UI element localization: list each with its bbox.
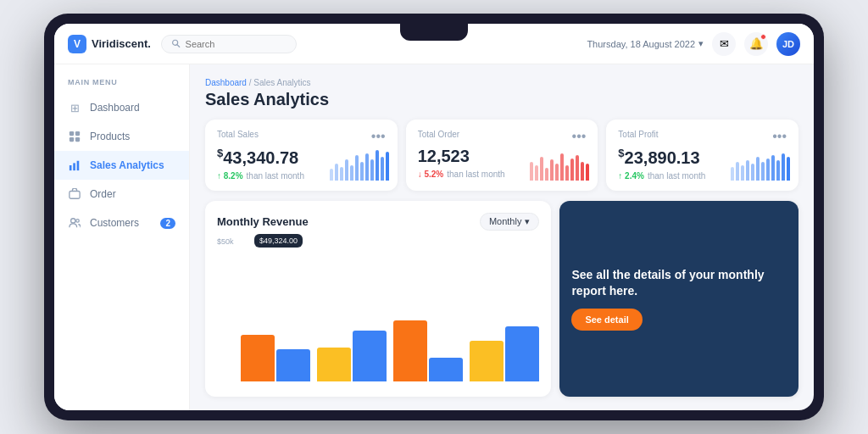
stat-card-header: Total Profit ••• [618,130,787,143]
chart-bar-group [470,326,539,381]
revenue-title: Monthly Revenue [217,215,309,228]
chart-bar-group [317,331,387,381]
chart-tooltip: $49,324.00 [254,234,303,248]
sidebar-item-label: Products [90,131,130,142]
sidebar-item-label: Sales Analytics [90,159,164,171]
more-options-dots[interactable]: ••• [572,130,587,143]
chart-area: $50k $49,324.00 [217,237,539,385]
order-icon [68,187,81,201]
chart-bar-group [241,335,310,381]
monthly-select[interactable]: Monthly ▾ [480,213,540,231]
y-label: $50k [217,237,234,246]
stat-card-profit: Total Profit ••• $23,890.13 ↑ 2.4% than … [606,120,798,191]
chart-bar-group [393,320,463,381]
stat-change: ↓ 5.2% [418,170,444,179]
top-bar-right: Thursday, 18 August 2022 ▾ ✉ 🔔 JD [587,32,800,56]
svg-line-1 [177,45,180,47]
bell-button[interactable]: 🔔 [744,32,768,56]
sidebar-item-label: Customers [90,217,139,229]
customers-icon [68,216,81,230]
stat-change-label: than last month [648,171,705,181]
stat-change: ↑ 8.2% [217,171,243,181]
chevron-down-icon: ▾ [698,38,704,49]
search-icon [172,39,181,48]
top-bar-left: V Viridiscent. [54,35,297,53]
logo-text: Viridiscent. [92,37,151,50]
stat-change-label: than last month [247,171,304,181]
revenue-card: Monthly Revenue Monthly ▾ $50k $49,32 [205,201,551,397]
content-area: Dashboard / Sales Analytics Sales Analyt… [190,64,814,410]
tablet-frame: V Viridiscent. Thursday, 18 August 2022 … [44,14,824,420]
stat-card-header: Total Order ••• [418,130,587,143]
mini-chart-profit [731,150,790,181]
sidebar-item-order[interactable]: Order [54,180,189,209]
sidebar-item-label: Dashboard [90,102,140,114]
stat-card-order: Total Order ••• 12,523 ↓ 5.2% than last … [406,120,598,191]
notification-dot [760,34,766,40]
sidebar-section-label: MAIN MENU [54,78,189,86]
svg-point-0 [172,40,177,45]
sidebar-item-dashboard[interactable]: ⊞ Dashboard [54,93,189,122]
date-display: Thursday, 18 August 2022 ▾ [587,38,704,49]
chevron-down-icon: ▾ [525,216,530,227]
stat-card-header: Total Sales ••• [217,130,386,143]
search-bar[interactable] [161,35,297,53]
stat-card-sales: Total Sales ••• $43,340.78 ↑ 8.2% than l… [205,120,398,191]
svg-point-11 [76,220,80,223]
sidebar-item-label: Order [90,188,116,200]
avatar: JD [776,32,800,56]
svg-rect-6 [70,165,72,170]
svg-point-10 [71,219,75,223]
see-detail-button[interactable]: See detail [571,309,642,331]
dashboard-icon: ⊞ [68,101,81,114]
svg-rect-3 [75,131,80,136]
page-title: Sales Analytics [205,90,329,109]
svg-rect-4 [70,137,74,142]
mail-icon: ✉ [720,37,729,50]
search-input[interactable] [186,39,286,49]
bottom-row: Monthly Revenue Monthly ▾ $50k $49,32 [205,201,798,397]
stat-label: Total Sales [217,130,259,139]
breadcrumb: Dashboard / Sales Analytics [205,78,329,87]
stats-row: Total Sales ••• $43,340.78 ↑ 8.2% than l… [205,120,798,191]
mini-chart-order [530,150,589,181]
svg-rect-7 [73,163,75,170]
mail-button[interactable]: ✉ [712,32,736,56]
breadcrumb-home[interactable]: Dashboard [205,78,247,87]
tablet-notch [400,24,468,41]
content-header: Dashboard / Sales Analytics Sales Analyt… [205,78,798,109]
breadcrumb-current: Sales Analytics [253,78,310,87]
sidebar-item-sales-analytics[interactable]: Sales Analytics [54,151,189,180]
more-options-dots[interactable]: ••• [371,130,386,143]
customers-badge: 2 [160,218,175,229]
stat-change-label: than last month [447,170,504,179]
sales-analytics-icon [68,159,81,172]
svg-rect-5 [75,137,80,142]
sidebar-item-customers[interactable]: Customers 2 [54,209,189,237]
sidebar: MAIN MENU ⊞ Dashboard Products [54,64,190,410]
main-layout: MAIN MENU ⊞ Dashboard Products [54,64,814,410]
logo-area: V Viridiscent. [68,35,151,53]
sidebar-item-products[interactable]: Products [54,122,189,151]
logo-icon: V [68,35,86,53]
svg-rect-8 [77,161,80,170]
svg-rect-9 [70,192,80,199]
mini-chart-sales [330,150,389,181]
svg-rect-2 [70,131,74,136]
revenue-header: Monthly Revenue Monthly ▾ [217,213,539,231]
title-section: Dashboard / Sales Analytics Sales Analyt… [205,78,329,109]
more-options-dots[interactable]: ••• [772,130,787,143]
stat-change: ↑ 2.4% [618,171,644,181]
tablet-screen: V Viridiscent. Thursday, 18 August 2022 … [54,24,814,410]
products-icon [68,130,81,143]
promo-card: See all the details of your monthly repo… [559,201,798,397]
stat-label: Total Profit [618,130,658,139]
stat-label: Total Order [418,130,459,139]
promo-title: See all the details of your monthly repo… [571,267,787,300]
